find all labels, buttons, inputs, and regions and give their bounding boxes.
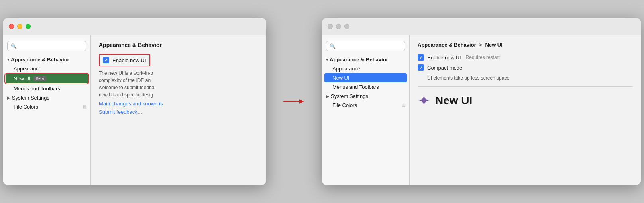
sidebar-item-appearance-left[interactable]: Appearance bbox=[3, 64, 90, 73]
window-body-left: 🔍 ▾ Appearance & Behavior Appearance New… bbox=[3, 35, 266, 185]
sidebar-item-filecolors-left[interactable]: File Colors ▤ bbox=[3, 102, 90, 111]
search-icon: 🔍 bbox=[11, 43, 17, 49]
checkmark-icon-1: ✓ bbox=[419, 55, 423, 60]
compact-mode-label: Compact mode bbox=[427, 65, 462, 71]
search-input-left[interactable] bbox=[18, 43, 83, 49]
breadcrumb-part2: New UI bbox=[485, 42, 503, 48]
close-button[interactable] bbox=[9, 24, 14, 29]
breadcrumb-separator: > bbox=[479, 42, 482, 48]
sidebar-item-menus-left[interactable]: Menus and Toolbars bbox=[3, 84, 90, 93]
breadcrumb-part1: Appearance & Behavior bbox=[418, 42, 476, 48]
minimize-button-right[interactable] bbox=[336, 24, 341, 29]
left-window: 🔍 ▾ Appearance & Behavior Appearance New… bbox=[3, 18, 266, 185]
sidebar-right: 🔍 ▾ Appearance & Behavior Appearance New… bbox=[322, 35, 410, 185]
right-window: 🔍 ▾ Appearance & Behavior Appearance New… bbox=[322, 18, 641, 185]
checkmark-icon-2: ✓ bbox=[419, 65, 423, 70]
sparkle-icon: ✦ bbox=[418, 93, 430, 108]
new-ui-title: New UI bbox=[435, 94, 472, 107]
content-panel-left: Appearance & Behavior ✓ Enable new UI Th… bbox=[91, 35, 266, 185]
enable-newui-checkbox[interactable]: ✓ bbox=[103, 57, 109, 63]
sidebar-item-filecolors-right[interactable]: File Colors ▤ bbox=[322, 101, 409, 110]
sidebar-left: 🔍 ▾ Appearance & Behavior Appearance New… bbox=[3, 35, 91, 185]
scroll-indicator-right: ▤ bbox=[402, 103, 405, 107]
new-ui-branding: ✦ New UI bbox=[418, 93, 633, 108]
maximize-button[interactable] bbox=[26, 24, 31, 29]
maximize-button-right[interactable] bbox=[344, 24, 349, 29]
enable-newui-box: ✓ Enable new UI bbox=[99, 54, 150, 66]
chevron-down-icon: ▾ bbox=[7, 57, 9, 62]
requires-restart-label: Requires restart bbox=[466, 55, 500, 60]
enable-newui-row-right: ✓ Enable new UI Requires restart bbox=[418, 54, 633, 61]
title-bar-right bbox=[322, 18, 641, 35]
beta-badge: Beta bbox=[33, 76, 47, 81]
minimize-button[interactable] bbox=[17, 24, 22, 29]
sidebar-item-appearance-right[interactable]: Appearance bbox=[322, 64, 409, 73]
main-changes-link[interactable]: Main changes and known is bbox=[99, 101, 258, 107]
sidebar-section-appearance-behavior[interactable]: ▾ Appearance & Behavior bbox=[3, 55, 90, 64]
close-button-right[interactable] bbox=[328, 24, 333, 29]
checkmark-icon: ✓ bbox=[104, 58, 108, 63]
description-left: The new UI is a work-in-p complexity of … bbox=[99, 70, 258, 98]
search-input-right[interactable] bbox=[337, 43, 402, 49]
enable-newui-label-right: Enable new UI bbox=[427, 55, 461, 61]
sidebar-item-system-right[interactable]: ▶ System Settings bbox=[322, 92, 409, 101]
content-separator bbox=[418, 86, 633, 87]
enable-newui-label: Enable new UI bbox=[112, 57, 146, 63]
breadcrumb: Appearance & Behavior > New UI bbox=[418, 42, 633, 48]
compact-mode-checkbox[interactable]: ✓ bbox=[418, 64, 424, 71]
sidebar-section-right[interactable]: ▾ Appearance & Behavior bbox=[322, 55, 409, 64]
sidebar-item-system-left[interactable]: ▶ System Settings bbox=[3, 93, 90, 102]
chevron-right-icon: ▶ bbox=[7, 96, 10, 100]
sidebar-item-newui-left[interactable]: New UI Beta bbox=[6, 74, 88, 83]
sidebar-section-label: Appearance & Behavior bbox=[11, 57, 69, 62]
direction-arrow bbox=[282, 98, 306, 105]
search-icon-right: 🔍 bbox=[330, 43, 336, 49]
compact-mode-row: ✓ Compact mode bbox=[418, 64, 633, 71]
sidebar-item-menus-right[interactable]: Menus and Toolbars bbox=[322, 82, 409, 92]
search-bar-left[interactable]: 🔍 bbox=[7, 41, 86, 51]
content-header-left: Appearance & Behavior bbox=[99, 42, 258, 48]
content-panel-right: Appearance & Behavior > New UI ✓ Enable … bbox=[410, 35, 641, 185]
enable-newui-checkbox-right[interactable]: ✓ bbox=[418, 54, 424, 61]
sidebar-item-newui-right[interactable]: New UI bbox=[324, 73, 407, 82]
chevron-right-icon-right: ▶ bbox=[326, 94, 329, 98]
window-body-right: 🔍 ▾ Appearance & Behavior Appearance New… bbox=[322, 35, 641, 185]
scroll-indicator-left: ▤ bbox=[83, 105, 86, 109]
submit-feedback-link[interactable]: Submit feedback… bbox=[99, 109, 258, 115]
sidebar-section-label-right: Appearance & Behavior bbox=[330, 57, 388, 62]
title-bar-left bbox=[3, 18, 266, 35]
chevron-down-icon-right: ▾ bbox=[326, 57, 328, 62]
compact-mode-desc: UI elements take up less screen space bbox=[427, 75, 633, 82]
search-bar-right[interactable]: 🔍 bbox=[326, 41, 405, 51]
arrow-container bbox=[282, 98, 306, 105]
